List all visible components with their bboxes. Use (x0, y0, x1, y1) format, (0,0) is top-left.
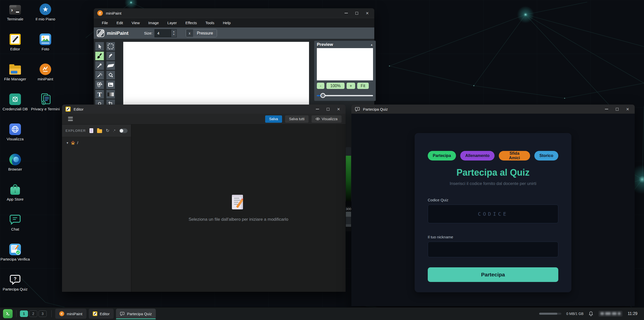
menu-item[interactable]: File (102, 21, 108, 25)
taskbar-app-editor[interactable]: Editor (89, 309, 114, 319)
workspace-button[interactable]: 3 (39, 310, 47, 317)
tree-caret-icon[interactable]: ▼ (66, 141, 69, 144)
taskbar-app-quiz[interactable]: ? Partecipa Quiz (116, 309, 156, 319)
maximize-button[interactable] (616, 108, 619, 111)
desktop-icon-label: App Store (7, 197, 24, 201)
color-panel-sliver: 300 (346, 147, 351, 231)
menu-hamburger-icon[interactable] (68, 117, 73, 121)
selection-tool[interactable] (106, 42, 115, 51)
zoom-slider[interactable] (317, 93, 373, 98)
pressure-clear-button[interactable]: x (186, 29, 193, 37)
size-spinner[interactable]: ▲▼ (171, 29, 176, 37)
desktop-icon-partecipa-verifica[interactable]: ✓ Partecipa Verifica (1, 244, 29, 261)
desktop-icon-credenziali-db[interactable]: Credenziali DB (1, 93, 29, 111)
desktop-icon-foto[interactable]: Foto (31, 34, 59, 51)
terminal-prompt-icon (5, 311, 10, 316)
spin-up-icon[interactable]: ▲ (173, 31, 175, 33)
menu-item[interactable]: Edit (116, 21, 123, 25)
hue-gradient-strip[interactable] (346, 156, 351, 201)
quiz-mode-tab[interactable]: Partecipa (428, 151, 456, 161)
desktop-icon-terminale[interactable]: › Terminale (1, 4, 29, 21)
minipaint-titlebar[interactable]: miniPaint × (94, 8, 374, 18)
image-tool[interactable] (106, 80, 115, 89)
workspace-switcher: 123 (20, 310, 48, 317)
desktop-icon-visualizza[interactable]: Visualizza (1, 123, 29, 141)
desktop-icon-editor[interactable]: Editor (1, 34, 29, 51)
desktop-icon-partecipa-quiz[interactable]: ? Partecipa Quiz (1, 274, 29, 291)
spin-down-icon[interactable]: ▼ (173, 34, 175, 36)
save-button[interactable]: Salva (265, 115, 282, 123)
desktop-icon-il-mio-piano[interactable]: ★ Il mio Piano (31, 4, 59, 21)
new-folder-icon[interactable] (97, 129, 102, 133)
fill-tool[interactable] (106, 71, 115, 79)
eraser-tool[interactable] (106, 61, 115, 70)
desktop-icon-browser[interactable]: Browser (1, 154, 29, 171)
editor-toolbar: Salva Salva tutti Visualizza (62, 114, 346, 124)
save-all-button[interactable]: Salva tutti (285, 115, 309, 123)
new-file-icon[interactable] (89, 128, 93, 133)
workspace-button[interactable]: 2 (29, 310, 37, 317)
maximize-button[interactable] (355, 12, 358, 15)
redacted-text (598, 311, 623, 317)
editor-empty-state: Seleziona un file dall'albero per inizia… (131, 124, 346, 292)
shapes-tool[interactable] (95, 80, 104, 89)
gradient-tool[interactable] (106, 90, 115, 99)
file-tree-root[interactable]: ▼ / (62, 137, 131, 145)
editor-titlebar[interactable]: Editor × (62, 105, 346, 114)
minimize-button[interactable] (316, 109, 319, 109)
workspace-button[interactable]: 1 (20, 310, 28, 317)
taskbar-app-label: Partecipa Quiz (127, 312, 152, 316)
menu-item[interactable]: View (132, 21, 140, 25)
menu-item[interactable]: Help (223, 21, 231, 25)
quiz-titlebar[interactable]: ? Partecipa Quiz × (351, 105, 635, 114)
filter-toggle[interactable] (119, 129, 128, 133)
join-quiz-button[interactable]: Partecipa (428, 267, 558, 282)
desktop-icon-minipaint[interactable]: miniPaint (31, 63, 59, 81)
size-input[interactable] (155, 29, 171, 37)
zoom-out-button[interactable]: - (317, 83, 324, 89)
browser-icon (9, 154, 21, 165)
pressure-button[interactable]: Pressure (193, 29, 217, 37)
zoom-in-button[interactable]: + (347, 83, 355, 89)
desktop-icon-file-manager[interactable]: File Manager (1, 63, 29, 81)
brush-tool[interactable] (95, 52, 104, 60)
menu-item[interactable]: Image (148, 21, 159, 25)
eyedropper-tool[interactable] (95, 61, 104, 70)
fit-button[interactable]: Fit (357, 83, 369, 89)
menu-item[interactable]: Tools (205, 21, 214, 25)
menu-item[interactable]: Effects (186, 21, 197, 25)
slider-knob[interactable] (320, 93, 325, 98)
notification-bell-icon[interactable] (589, 311, 593, 316)
desktop-icon-app-store[interactable]: ↓ App Store (1, 184, 29, 201)
quiz-mode-tab[interactable]: Allenamento (460, 151, 495, 161)
collapse-caret-icon[interactable]: ▲ (370, 43, 373, 46)
maximize-button[interactable] (327, 108, 329, 111)
view-button[interactable]: Visualizza (312, 115, 342, 123)
minimize-button[interactable] (605, 109, 608, 109)
privacy-documents-icon (40, 93, 51, 105)
desktop-icon-chat[interactable]: Chat (1, 214, 29, 231)
taskbar-app-minipaint[interactable]: miniPaint (55, 309, 86, 319)
nickname-input[interactable] (428, 242, 558, 257)
desktop-icon-label: Il mio Piano (36, 17, 55, 21)
magic-wand-tool[interactable] (95, 71, 104, 79)
start-terminal-button[interactable] (3, 309, 13, 318)
menu-item[interactable]: Layer (167, 21, 177, 25)
quiz-mode-tab[interactable]: Storico (534, 151, 558, 161)
quiz-body: PartecipaAllenamentoSfida AmiciStorico P… (351, 114, 635, 306)
close-button[interactable]: × (366, 11, 369, 15)
text-tool[interactable]: T (95, 90, 104, 99)
taskbar-tray: 0 MB/1 GB 11:29 (539, 311, 641, 317)
code-input[interactable] (428, 205, 558, 223)
quiz-heading: Partecipa al Quiz (428, 167, 558, 178)
pointer-tool[interactable] (95, 42, 104, 51)
desktop-icon-privacy[interactable]: Privacy e Termini (31, 93, 59, 111)
zoom-level-button[interactable]: 100% (326, 83, 345, 89)
close-button[interactable]: × (337, 107, 340, 111)
pencil-tool[interactable] (106, 52, 115, 60)
minimize-button[interactable] (345, 13, 348, 13)
refresh-icon[interactable]: ↻ (106, 128, 109, 133)
close-button[interactable]: × (626, 107, 629, 111)
quiz-mode-tab[interactable]: Sfida Amici (499, 151, 530, 161)
quiz-bubble-icon: ? (120, 311, 125, 316)
